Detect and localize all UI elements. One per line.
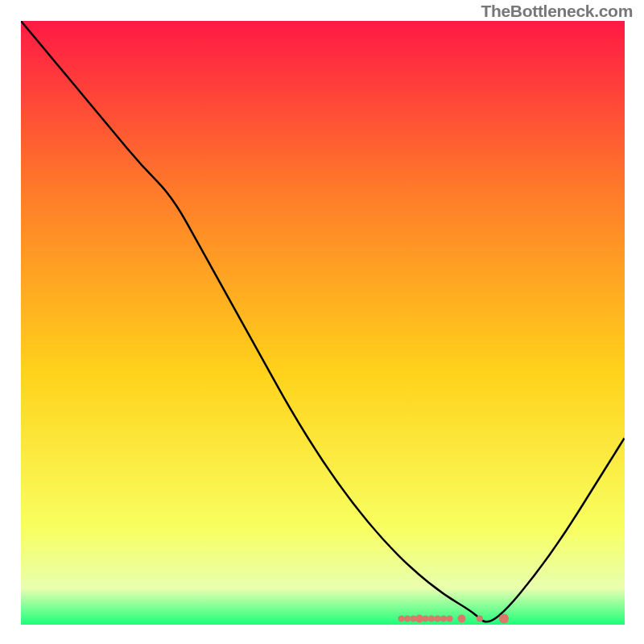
watermark-text: TheBottleneck.com (481, 2, 633, 21)
marker-dot (428, 616, 435, 622)
gradient-background (21, 21, 625, 625)
marker-dot (398, 616, 405, 622)
marker-dot (447, 616, 453, 622)
marker-dot (477, 616, 483, 622)
marker-dot (404, 616, 411, 622)
marker-dot (423, 616, 429, 622)
chart-svg (21, 21, 625, 625)
chart-container (20, 20, 624, 624)
marker-dot (440, 616, 447, 622)
marker-dot (458, 615, 466, 623)
marker-dot (435, 616, 441, 622)
marker-dot (499, 614, 509, 624)
